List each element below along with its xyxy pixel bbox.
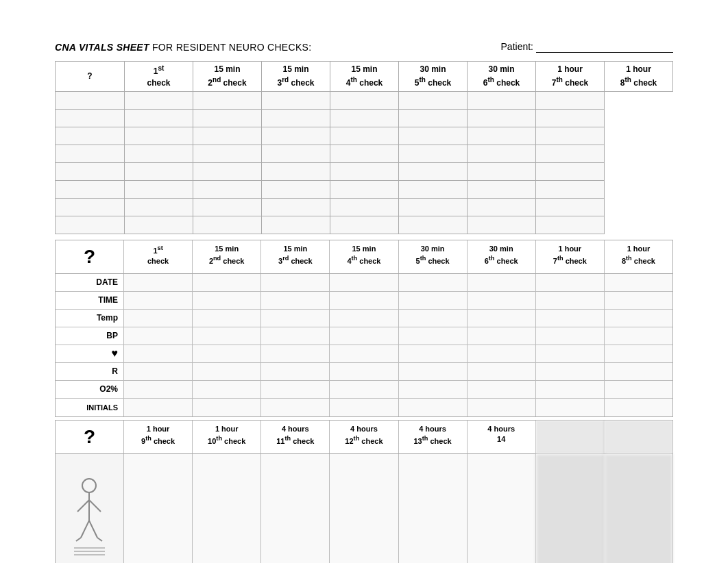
temp-col6 (399, 127, 468, 145)
section2-data-row (56, 454, 672, 563)
s2-d5 (399, 454, 468, 563)
bp-c5 (399, 327, 468, 345)
init-c2 (193, 399, 261, 416)
init-c8 (605, 399, 672, 416)
temp-c3 (261, 310, 330, 327)
date-col6 (399, 91, 468, 109)
hr-c4 (330, 345, 398, 363)
section1-header-row: ? 1stcheck 15 min2nd check 15 min3rd che… (56, 240, 672, 274)
table-row-date (56, 91, 673, 109)
bp-col1 (56, 145, 125, 162)
section2-grid: ? 1 hour9th check 1 hour10th check 4 hou… (55, 420, 673, 563)
o2-c5 (399, 381, 468, 399)
table-row-heart (56, 162, 673, 180)
r-c7 (536, 363, 605, 381)
heart-col2 (125, 162, 193, 180)
o2-col5 (330, 198, 399, 216)
hr-c7 (536, 345, 605, 363)
bp-col8 (536, 145, 605, 162)
bp-c7 (536, 327, 605, 345)
date-c4 (330, 274, 398, 292)
question-mark-1: ? (56, 240, 124, 273)
o2-c4 (330, 381, 398, 399)
s2-col-hdr-2: 1 hour10th check (193, 421, 261, 453)
figure-area (56, 454, 124, 563)
table-row-temp (56, 127, 673, 145)
date-col3 (193, 91, 262, 109)
svg-line-3 (89, 500, 101, 512)
bp-col7 (468, 145, 536, 162)
time-col5 (330, 109, 399, 127)
time-c6 (468, 292, 536, 310)
o2-col4 (262, 198, 330, 216)
temp-c8 (605, 310, 672, 327)
s2-d7-blurred (536, 454, 605, 563)
date-col8 (536, 91, 605, 109)
o2-c2 (193, 381, 261, 399)
col-header-5: 30 min5th check (399, 62, 468, 92)
col-header-7: 1 hour7th check (536, 62, 605, 92)
time-col7 (468, 109, 536, 127)
temp-col4 (262, 127, 330, 145)
time-col6 (399, 109, 468, 127)
s2-d4 (330, 454, 398, 563)
s2-col-hdr-3: 4 hours11th check (261, 421, 330, 453)
time-c7 (536, 292, 605, 310)
s2-col-hdr-4: 4 hours12th check (330, 421, 398, 453)
r-c5 (399, 363, 468, 381)
temp-c5 (399, 310, 468, 327)
r-col1 (56, 180, 125, 198)
col-hdr-7: 1 hour7th check (536, 240, 605, 273)
s2-d2 (193, 454, 261, 563)
init-c7 (536, 399, 605, 416)
temp-c6 (468, 310, 536, 327)
title-italic: CNA VITALS SHEET (55, 42, 149, 53)
s2-d3 (261, 454, 330, 563)
svg-line-5 (89, 521, 97, 538)
date-col1 (56, 91, 125, 109)
r-col6 (399, 180, 468, 198)
temp-c2 (193, 310, 261, 327)
question-mark-2: ? (56, 421, 124, 453)
o2-c3 (261, 381, 330, 399)
hr-c1 (124, 345, 193, 363)
date-col5 (330, 91, 399, 109)
initials-col4 (262, 216, 330, 234)
date-c3 (261, 274, 330, 292)
col-hdr-1: 1stcheck (124, 240, 193, 273)
heart-col6 (399, 162, 468, 180)
temp-col8 (536, 127, 605, 145)
temp-col2 (125, 127, 193, 145)
s2-col-hdr-7 (536, 421, 605, 453)
init-c1 (124, 399, 193, 416)
bp-c8 (605, 327, 672, 345)
r-c2 (193, 363, 261, 381)
r-c4 (330, 363, 398, 381)
initials-col5 (330, 216, 399, 234)
temp-col3 (193, 127, 262, 145)
svg-line-2 (77, 500, 89, 512)
o2-col1 (56, 198, 125, 216)
table-row-time (56, 109, 673, 127)
time-col8 (536, 109, 605, 127)
time-col2 (125, 109, 193, 127)
label-o2: O2% (56, 381, 124, 399)
col-header-4: 15 min4th check (330, 62, 399, 92)
col-hdr-8: 1 hour8th check (605, 240, 672, 273)
row-bp: BP (56, 327, 672, 345)
human-figure-icon (71, 476, 108, 558)
bp-c2 (193, 327, 261, 345)
date-cells (124, 274, 672, 292)
hr-c5 (399, 345, 468, 363)
row-time: TIME (56, 292, 672, 310)
col-header-3: 15 min3rd check (262, 62, 330, 92)
row-r: R (56, 363, 672, 381)
time-cells (124, 292, 672, 310)
svg-line-6 (76, 538, 81, 541)
table-row-bp (56, 145, 673, 162)
col-hdr-4: 15 min4th check (330, 240, 398, 273)
s2-col-hdr-6: 4 hours14 (468, 421, 536, 453)
r-col2 (125, 180, 193, 198)
r-col5 (330, 180, 399, 198)
s2-d1 (124, 454, 193, 563)
